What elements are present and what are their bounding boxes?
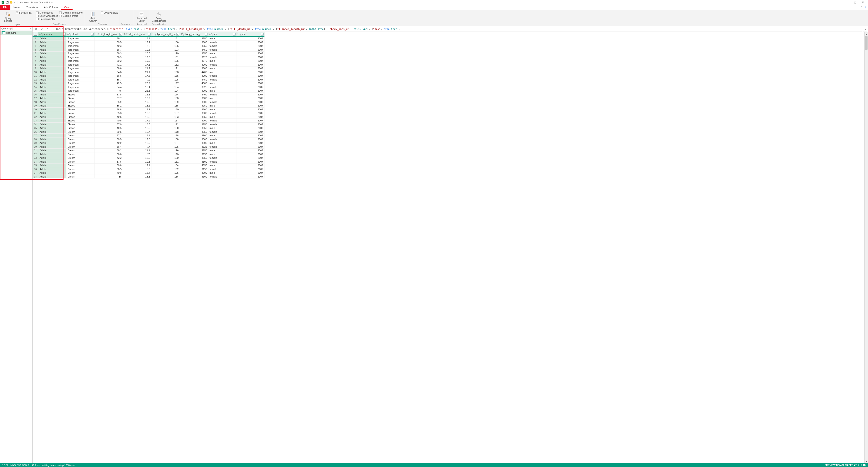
ribbon-collapse-icon[interactable]: ˄ xyxy=(861,6,863,9)
group-label-advanced: Advanced xyxy=(136,23,147,26)
svg-point-5 xyxy=(8,14,10,16)
checkbox-icon xyxy=(36,11,39,14)
qat-dropdown-icon[interactable]: ▾ xyxy=(13,1,15,4)
query-settings-label: Query Settings xyxy=(4,17,12,22)
column-profile-checkbox[interactable]: Column profile xyxy=(59,14,83,17)
query-settings-button[interactable]: Query Settings xyxy=(2,11,14,22)
formula-bar-checkbox[interactable]: Formula Bar xyxy=(16,11,32,14)
close-button[interactable]: ✕ xyxy=(859,0,867,5)
group-label-parameters: Parameters xyxy=(121,23,132,26)
svg-rect-3 xyxy=(6,1,8,2)
go-to-column-button[interactable]: Go to Column xyxy=(87,11,99,22)
checkbox-icon xyxy=(16,11,18,14)
always-allow-checkbox[interactable]: Always allow xyxy=(101,11,118,14)
tab-transform[interactable]: Transform xyxy=(23,5,41,10)
ribbon-group-advanced: Advanced Editor Advanced xyxy=(133,10,150,26)
ribbon-group-data-preview: Monospaced Show whitespace Column qualit… xyxy=(34,10,85,26)
excel-icon: x xyxy=(1,1,5,4)
ribbon-group-layout: Query Settings Formula Bar Layout xyxy=(0,10,34,26)
checkbox-icon xyxy=(59,15,62,17)
query-dependencies-button[interactable]: Query Dependencies xyxy=(153,11,165,22)
query-dependencies-label: Query Dependencies xyxy=(152,17,166,22)
column-distribution-checkbox[interactable]: Column distribution xyxy=(59,11,83,14)
group-label-dependencies: Dependencies xyxy=(152,23,166,26)
go-to-column-label: Go to Column xyxy=(89,17,97,22)
tab-home[interactable]: Home xyxy=(10,5,23,10)
group-label-data-preview: Data Preview xyxy=(53,23,66,26)
ribbon-group-dependencies: Query Dependencies Dependencies xyxy=(150,10,168,26)
ribbon-group-parameters: Parameters xyxy=(120,10,133,26)
titlebar-divider xyxy=(17,1,18,4)
group-label-layout: Layout xyxy=(13,23,20,26)
show-whitespace-checkbox[interactable]: Show whitespace xyxy=(36,14,58,17)
ribbon-group-columns: Go to Column Always allow Columns xyxy=(85,10,120,26)
tab-add-column[interactable]: Add Column xyxy=(41,5,61,10)
gear-icon xyxy=(5,11,11,17)
minimize-button[interactable]: — xyxy=(844,0,851,5)
maximize-button[interactable]: ▢ xyxy=(851,0,859,5)
svg-rect-8 xyxy=(140,12,143,16)
tab-view[interactable]: View xyxy=(61,5,72,10)
svg-rect-13 xyxy=(159,15,161,16)
emoji-icon: 😊 xyxy=(9,1,13,4)
file-tab[interactable]: File xyxy=(0,5,10,10)
help-icon[interactable]: ? xyxy=(865,6,866,9)
group-label-columns: Columns xyxy=(98,23,107,26)
goto-column-icon xyxy=(90,11,96,17)
dependencies-icon xyxy=(156,11,162,17)
monospaced-checkbox[interactable]: Monospaced xyxy=(36,11,58,14)
titlebar: x 😊 ▾ penguins - Power Query Editor — ▢ … xyxy=(0,0,868,5)
svg-text:x: x xyxy=(2,2,3,4)
save-icon[interactable] xyxy=(6,1,8,4)
svg-rect-12 xyxy=(157,12,159,13)
ribbon-body: Query Settings Formula Bar Layout Monosp… xyxy=(0,10,868,26)
checkbox-icon xyxy=(101,11,103,14)
column-quality-checkbox[interactable]: Column quality xyxy=(36,18,58,20)
checkbox-icon xyxy=(36,15,39,17)
checkbox-icon xyxy=(59,11,62,14)
advanced-editor-icon xyxy=(139,11,144,17)
checkbox-icon xyxy=(36,18,39,20)
advanced-editor-label: Advanced Editor xyxy=(136,17,147,22)
ribbon-tabs: File Home Transform Add Column View ˄ ? xyxy=(0,5,868,10)
advanced-editor-button[interactable]: Advanced Editor xyxy=(135,11,148,22)
window-title: penguins - Power Query Editor xyxy=(19,1,53,4)
